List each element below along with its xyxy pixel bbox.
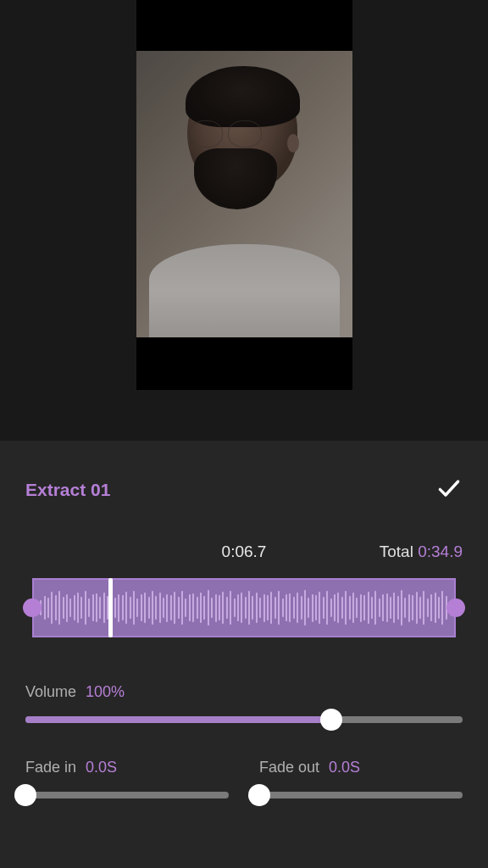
waveform-trimmer[interactable] [25,575,463,641]
fade-out-label-row: Fade out 0.0S [259,759,463,776]
total-time: 0:34.9 [418,542,463,560]
panel-header: Extract 01 [25,475,463,505]
fade-in-label-row: Fade in 0.0S [25,759,229,776]
fade-in-group: Fade in 0.0S [25,759,229,798]
volume-slider-fill [25,716,331,723]
video-thumbnail [136,51,352,337]
fade-out-slider[interactable] [259,792,463,798]
fade-out-group: Fade out 0.0S [259,759,463,798]
fade-out-slider-thumb[interactable] [248,784,270,806]
volume-label-row: Volume 100% [25,683,463,701]
fade-in-value: 0.0S [86,759,117,776]
volume-value: 100% [86,683,125,700]
check-icon [435,475,463,502]
current-time: 0:06.7 [222,542,267,561]
audio-controls-panel: Extract 01 0:06.7 Total 0:34.9 Volume 10… [0,441,488,868]
total-time-wrap: Total 0:34.9 [380,542,463,561]
fade-row: Fade in 0.0S Fade out 0.0S [25,759,463,798]
waveform-box [32,578,456,637]
playhead[interactable] [108,578,113,637]
total-label: Total [380,542,413,560]
volume-slider-thumb[interactable] [320,709,342,731]
trim-handle-right[interactable] [446,598,465,617]
video-preview-area [0,0,488,441]
fade-out-label: Fade out [259,759,319,776]
volume-label: Volume [25,683,76,700]
clip-title: Extract 01 [25,480,110,500]
fade-out-value: 0.0S [329,759,360,776]
volume-group: Volume 100% [25,683,463,723]
volume-slider[interactable] [25,716,463,723]
time-display-row: 0:06.7 Total 0:34.9 [25,542,463,563]
fade-in-label: Fade in [25,759,76,776]
trim-handle-left[interactable] [23,598,42,617]
fade-in-slider[interactable] [25,792,229,798]
fade-in-slider-thumb[interactable] [14,784,36,806]
video-frame[interactable] [136,0,352,390]
confirm-button[interactable] [435,475,463,505]
